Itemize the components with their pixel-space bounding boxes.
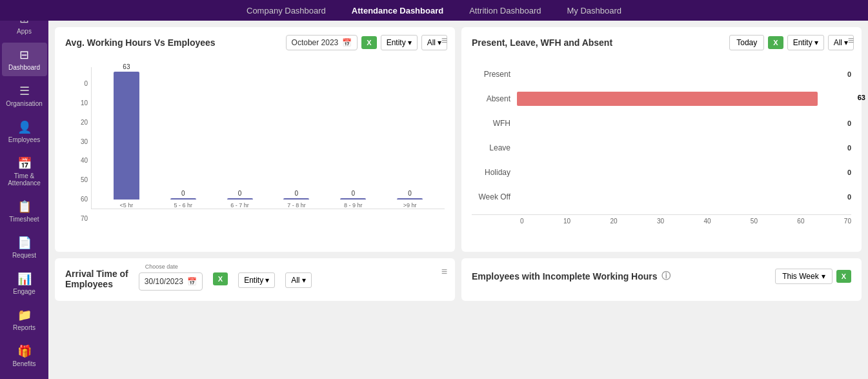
arrival-time-title: Arrival Time of Employees xyxy=(65,269,128,289)
engage-icon: 📊 xyxy=(17,272,32,286)
sidebar-label-dashboard: Dashboard xyxy=(8,64,40,71)
incomplete-hours-title: Employees with Incomplete Working Hours … xyxy=(472,271,671,282)
calendar-icon-2: 📅 xyxy=(187,277,197,286)
present-leave-card: Present, Leave, WFH and Absent Today X E… xyxy=(461,27,862,252)
incomplete-hours-controls: This Week ▾ X xyxy=(775,269,851,284)
reports-icon: 📁 xyxy=(17,308,32,322)
request-icon: 📄 xyxy=(17,236,32,250)
row-absent: Absent 63 xyxy=(472,92,851,106)
bar-8-9hr: 0 8 - 9 hr xyxy=(325,190,381,209)
employees-icon: 👤 xyxy=(17,120,32,134)
nav-attendance-dashboard[interactable]: Attendance Dashboard xyxy=(352,6,443,15)
incomplete-hours-card: Employees with Incomplete Working Hours … xyxy=(461,258,862,301)
avg-working-hours-controls: October 2023 📅 X Entity ▾ All ▾ xyxy=(286,35,447,50)
excel-export-button[interactable]: X xyxy=(361,36,376,49)
row-present: Present 0 xyxy=(472,67,851,81)
timesheet-icon: 📋 xyxy=(17,200,32,214)
row-wfh: WFH 0 xyxy=(472,116,851,130)
sidebar-label-apps: Apps xyxy=(17,28,32,35)
arrival-time-card: Arrival Time of Employees Choose date 30… xyxy=(55,258,455,301)
bars-area: 63 <5 hr 0 5 - 6 hr 0 6 - 7 hr xyxy=(91,67,445,209)
bar-fill-gt9hr xyxy=(397,198,423,200)
sidebar-item-employees[interactable]: 👤 Employees xyxy=(2,115,47,149)
row-holiday: Holiday 0 xyxy=(472,165,851,179)
entity-dropdown-3[interactable]: Entity ▾ xyxy=(238,272,275,288)
y-axis: 70 60 50 40 30 20 10 0 xyxy=(65,80,88,222)
h-bar-chart: Present 0 Absent 63 WFH xyxy=(472,67,851,225)
sidebar-label-engage: Engage xyxy=(13,288,35,295)
sidebar-label-timesheet: Timesheet xyxy=(9,216,39,223)
nav-my-dashboard[interactable]: My Dashboard xyxy=(567,6,621,15)
sidebar-item-engage[interactable]: 📊 Engage xyxy=(2,267,47,300)
sidebar-item-reports[interactable]: 📁 Reports xyxy=(2,303,47,336)
arrival-date-input[interactable]: 30/10/2023 📅 xyxy=(139,272,203,291)
benefits-icon: 🎁 xyxy=(17,344,32,358)
sidebar-item-organisation[interactable]: ☰ Organisation xyxy=(2,79,47,112)
entity-dropdown[interactable]: Entity ▾ xyxy=(381,35,418,50)
excel-export-button-2[interactable]: X xyxy=(768,36,783,49)
sidebar-item-request[interactable]: 📄 Request xyxy=(2,230,47,264)
sidebar-item-dashboard[interactable]: ⊟ Dashboard xyxy=(2,43,47,76)
bar-fill-8-9hr xyxy=(340,198,366,200)
today-button[interactable]: Today xyxy=(729,35,764,50)
dashboard-grid: Avg. Working Hours Vs Employees October … xyxy=(55,27,862,301)
date-filter[interactable]: October 2023 📅 xyxy=(286,35,358,50)
sidebar-label-benefits: Benefits xyxy=(12,360,35,367)
incomplete-hours-header: Employees with Incomplete Working Hours … xyxy=(472,269,851,284)
calendar-icon: 📅 xyxy=(342,38,352,47)
sidebar: ⊞ Apps ⊟ Dashboard ☰ Organisation 👤 Empl… xyxy=(0,0,48,379)
this-week-button[interactable]: This Week ▾ xyxy=(775,269,832,284)
sidebar-item-benefits[interactable]: 🎁 Benefits xyxy=(2,339,47,373)
present-leave-controls: Today X Entity ▾ All ▾ xyxy=(729,35,854,50)
sidebar-item-timesheet[interactable]: 📋 Timesheet xyxy=(2,194,47,228)
sidebar-label-request: Request xyxy=(12,252,36,259)
bar-gt9hr: 0 >9 hr xyxy=(381,190,438,209)
top-navigation: Company Dashboard Attendance Dashboard A… xyxy=(0,0,868,21)
bar-fill-5-6hr xyxy=(170,198,196,200)
time-attendance-icon: 📅 xyxy=(17,156,32,170)
bar-chart-container: 70 60 50 40 30 20 10 0 63 <5 hr xyxy=(65,67,445,241)
avg-working-hours-card: Avg. Working Hours Vs Employees October … xyxy=(55,27,455,252)
bar-6-7hr: 0 6 - 7 hr xyxy=(212,190,268,209)
dashboard-icon: ⊟ xyxy=(19,48,29,62)
chart-menu-icon-3[interactable]: ≡ xyxy=(441,266,447,278)
excel-export-button-3[interactable]: X xyxy=(213,272,228,285)
bar-lt5hr: 63 <5 hr xyxy=(98,63,155,209)
sidebar-label-time-attendance: Time & Attendance xyxy=(5,172,45,187)
choose-date-wrapper: Choose date 30/10/2023 📅 xyxy=(139,269,203,291)
excel-export-button-4[interactable]: X xyxy=(836,270,851,283)
sidebar-label-organisation: Organisation xyxy=(6,100,43,107)
bar-fill-lt5hr xyxy=(114,72,139,200)
info-icon: ⓘ xyxy=(661,271,671,282)
sidebar-item-time-attendance[interactable]: 📅 Time & Attendance xyxy=(2,151,47,192)
sidebar-label-reports: Reports xyxy=(13,324,35,331)
nav-company-dashboard[interactable]: Company Dashboard xyxy=(247,6,326,15)
bar-fill-6-7hr xyxy=(227,198,253,200)
main-content: Avg. Working Hours Vs Employees October … xyxy=(48,21,868,379)
bar-fill-7-8hr xyxy=(283,198,309,200)
bar-absent xyxy=(517,92,818,106)
entity-dropdown-2[interactable]: Entity ▾ xyxy=(787,35,824,50)
bar-7-8hr: 0 7 - 8 hr xyxy=(268,190,325,209)
row-weekoff: Week Off 0 xyxy=(472,190,851,204)
bar-5-6hr: 0 5 - 6 hr xyxy=(155,190,212,209)
arrival-time-header: Arrival Time of Employees Choose date 30… xyxy=(65,269,445,291)
chart-menu-icon[interactable]: ≡ xyxy=(441,35,447,46)
organisation-icon: ☰ xyxy=(19,84,30,98)
choose-date-label: Choose date xyxy=(144,263,179,270)
row-leave: Leave 0 xyxy=(472,141,851,155)
nav-attrition-dashboard[interactable]: Attrition Dashboard xyxy=(469,6,541,15)
all-dropdown-3[interactable]: All ▾ xyxy=(285,272,311,288)
x-axis: 0 10 20 30 40 50 60 70 xyxy=(472,214,851,225)
sidebar-label-employees: Employees xyxy=(8,136,40,143)
chart-menu-icon-2[interactable]: ≡ xyxy=(848,35,854,46)
